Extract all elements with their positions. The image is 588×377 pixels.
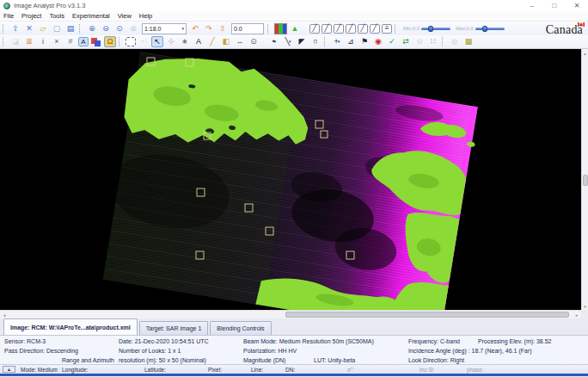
scatter-icon[interactable]: ∷	[427, 36, 439, 47]
line-style-icon[interactable]: ╲▾	[282, 36, 294, 47]
tab-1[interactable]: Target: SAR image 1	[139, 321, 209, 335]
accept-icon[interactable]: ✓	[386, 36, 398, 47]
maximize-button[interactable]: □	[543, 0, 566, 11]
transect-2-icon[interactable]: ╱	[322, 24, 332, 34]
cube-tool-icon[interactable]: ◧	[220, 36, 232, 47]
tab-2[interactable]: Blending Controls	[210, 321, 271, 335]
menu-view[interactable]: View	[118, 12, 132, 20]
scroll-left-icon[interactable]: ◂	[0, 311, 9, 318]
close-button[interactable]: ✕	[566, 0, 588, 11]
menu-file[interactable]: File	[3, 12, 14, 20]
pan-icon[interactable]: ☜	[138, 36, 150, 47]
scroll-down-icon[interactable]: ▾	[582, 302, 588, 310]
looks-field: Number of Looks: 1 x 1	[119, 348, 181, 354]
cut-icon[interactable]: ✕	[23, 23, 35, 34]
app-title: Image Analyst Pro v3.1.3	[14, 2, 85, 9]
legend-icon[interactable]: ≣	[23, 36, 35, 47]
crosshair-tool-icon[interactable]: +▾	[331, 36, 343, 47]
tab-0[interactable]: Image: RCM: W:\IAProTe...ata\product.xml	[3, 318, 138, 335]
menu-project[interactable]: Project	[21, 12, 41, 20]
overview-thumbnail-button[interactable]: ▲	[3, 366, 15, 373]
add-point-icon[interactable]: ∗	[179, 36, 191, 47]
select-region-icon[interactable]	[126, 37, 136, 46]
lock-icon[interactable]: Ω	[104, 36, 116, 47]
gamma-icon[interactable]: ▲	[289, 23, 301, 34]
draw-tool-icon[interactable]: ╱	[206, 36, 218, 47]
open-folder-icon[interactable]: ▱	[37, 23, 49, 34]
look-direction-field: Look Direction: Right	[408, 357, 464, 363]
zoom-link-icon[interactable]: ⊚	[413, 36, 426, 47]
app-window: Image Analyst Pro v3.1.3 – □ ✕ FileProje…	[0, 0, 588, 377]
resolution-field: resolution (m): 50 x 50 (Nominal)	[119, 357, 206, 363]
toolbar-grip	[324, 37, 328, 46]
processing-elev-field: Processing Elev. (m): 38.52	[478, 338, 551, 344]
measure-icon[interactable]: ×	[51, 36, 63, 47]
menu-tools[interactable]: Tools	[49, 12, 64, 20]
menu-help[interactable]: Help	[139, 12, 152, 20]
layers-icon[interactable]	[90, 37, 102, 47]
menu-experimental[interactable]: Experimental	[72, 12, 110, 20]
transect-3-icon[interactable]: ╱	[334, 24, 344, 34]
ellipse-style-icon[interactable]: ○	[309, 36, 322, 47]
arrow-style-icon[interactable]: ◤	[296, 36, 308, 47]
zoom-in-icon[interactable]: ⊕	[86, 23, 98, 34]
pin-icon[interactable]: i	[37, 36, 49, 47]
beam-mode-field: Beam Mode: Medium Resolution 50m (SC50MA…	[243, 338, 374, 344]
pixel-field: Pixel:	[208, 367, 222, 373]
swap-icon[interactable]: ⇄	[400, 36, 412, 47]
flag-tool-icon[interactable]: ⚑	[358, 36, 371, 47]
rgb-channels-icon[interactable]	[274, 23, 287, 34]
point-style-icon[interactable]: •▾	[268, 36, 280, 47]
title-bar: Image Analyst Pro v3.1.3 – □ ✕	[0, 0, 588, 11]
new-file-icon[interactable]: ▢	[51, 23, 63, 34]
record-icon[interactable]: ◉	[372, 36, 384, 47]
rotation-input[interactable]: 0.0	[231, 23, 264, 34]
zoom-window-icon[interactable]: ⊚	[127, 23, 139, 34]
profile-lines-icon[interactable]: ≡	[382, 24, 392, 34]
scroll-right-icon[interactable]: ▸	[573, 311, 581, 318]
date-field: Date: 21-Dec-2020 10:54:51 UTC	[119, 338, 209, 344]
globe-small-icon[interactable]: ◍	[449, 36, 461, 47]
scale-select[interactable]: 1:18.0▾	[142, 23, 187, 34]
minimize-button[interactable]: –	[521, 0, 543, 11]
horizontal-scrollbar[interactable]: ◂ ▸	[0, 310, 581, 318]
text-tool-icon[interactable]: A	[193, 36, 205, 47]
rotate-ccw-icon[interactable]: ↶	[189, 23, 201, 34]
toolbar-grip	[119, 37, 123, 46]
zoom-actual-icon[interactable]: ⊙	[113, 23, 126, 34]
transect-4-icon[interactable]: ╱	[346, 24, 356, 34]
move-tool-icon[interactable]: ⊹	[165, 36, 177, 47]
tab-bar: Image: RCM: W:\IAProTe...ata\product.xml…	[0, 318, 588, 336]
transect-6-icon[interactable]: ╱	[370, 24, 380, 34]
canada-flag-icon	[578, 22, 585, 27]
polarization-field: Polarization: HH HV	[243, 348, 297, 354]
publish-icon[interactable]: ⇪	[9, 23, 21, 34]
zoom-out-icon[interactable]: ⊖	[100, 23, 112, 34]
grid-select-icon[interactable]: #	[64, 36, 77, 47]
scroll-up-icon[interactable]: ▴	[582, 49, 588, 57]
horizontal-scroll-thumb[interactable]	[285, 312, 569, 318]
vertical-scroll-thumb[interactable]	[583, 175, 588, 186]
export-kml-icon[interactable]: ▩	[462, 36, 475, 47]
vertical-scrollbar[interactable]: ▴ ▾	[581, 49, 588, 310]
frequency-field: Frequency: C-band	[408, 338, 460, 344]
transect-5-icon[interactable]: ╱	[358, 24, 368, 34]
image-canvas[interactable]	[0, 49, 581, 310]
line-field: Line:	[251, 367, 263, 373]
angle-tool-icon[interactable]: ⊿	[345, 36, 357, 47]
min-slider[interactable]: Min0.0	[403, 26, 450, 31]
annotations-toggle[interactable]: A	[78, 37, 89, 46]
pointer-tool-icon[interactable]: ↖	[151, 36, 163, 47]
reset-orientation-icon[interactable]: ⇧	[217, 23, 229, 34]
inc-theta-field: Inc Θ:	[420, 367, 434, 373]
rotate-cw-icon[interactable]: ↷	[203, 23, 215, 34]
width-tool-icon[interactable]: ↔	[234, 36, 246, 47]
metadata-panel: Sensor: RCM-3 Date: 21-Dec-2020 10:54:51…	[0, 336, 588, 365]
sar-image	[0, 49, 581, 310]
circle-dot-icon[interactable]: ⊙	[248, 36, 260, 47]
eraser-icon[interactable]: ◪	[9, 36, 21, 47]
transect-1-icon[interactable]: ╱	[309, 24, 320, 34]
save-icon[interactable]: ▤	[64, 23, 77, 34]
latitude-field: Latitude:	[144, 367, 166, 373]
max-slider[interactable]: Max0.0	[456, 26, 505, 31]
